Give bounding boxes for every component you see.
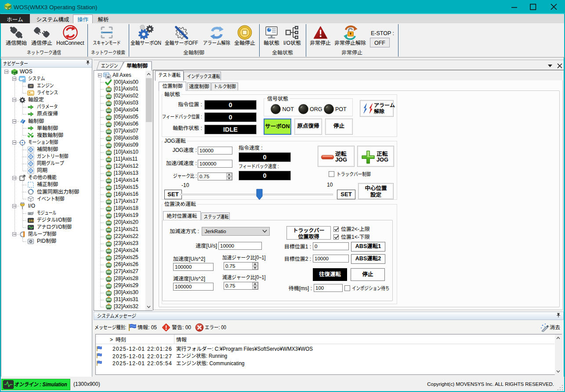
svg-text:WOS: WOS: [30, 85, 33, 87]
svg-text:101: 101: [29, 219, 34, 223]
